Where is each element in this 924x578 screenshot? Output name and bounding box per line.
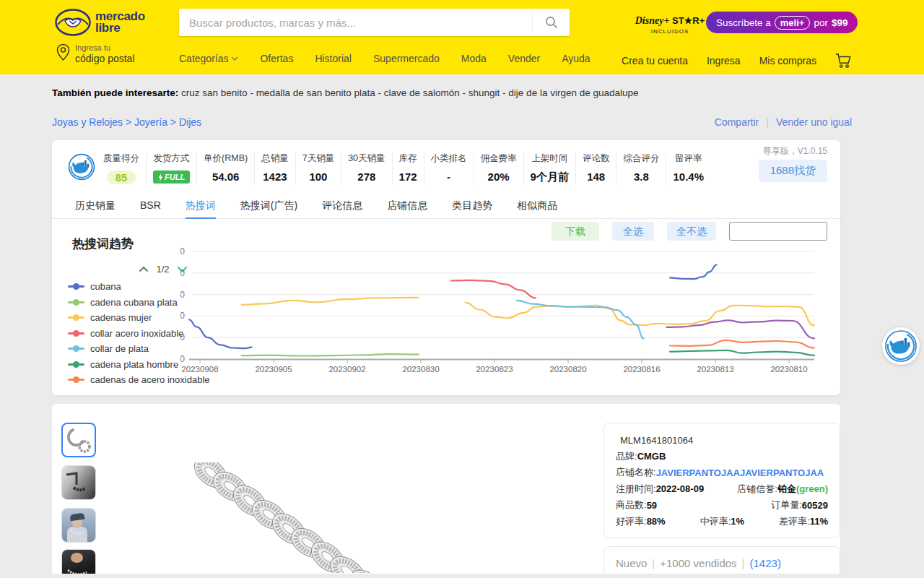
metric-value: 100 bbox=[302, 171, 334, 183]
sell-one-link[interactable]: Vender uno igual bbox=[776, 116, 852, 128]
mercadolibre-logo[interactable]: mercado libre bbox=[55, 9, 145, 36]
tab-7[interactable]: 相似商品 bbox=[517, 194, 557, 219]
breadcrumb-item[interactable]: Joyería bbox=[134, 116, 167, 128]
metric-value: 278 bbox=[348, 171, 385, 183]
location-pin-icon bbox=[56, 43, 70, 61]
metric-value: 148 bbox=[583, 171, 610, 183]
store-name-link[interactable]: JAVIERPANTOJAAJAVIERPANTOJAA bbox=[656, 467, 824, 478]
listing-status-card: Nuevo|+1000 vendidos|(1423) bbox=[603, 546, 840, 574]
metric-value: - bbox=[431, 171, 467, 183]
svg-text:20230810: 20230810 bbox=[770, 365, 807, 374]
tab-1[interactable]: BSR bbox=[140, 194, 161, 219]
product-main-image[interactable] bbox=[189, 462, 492, 573]
keyword-filter-input[interactable] bbox=[729, 222, 827, 241]
tool-version: 尊享版，V1.0.15 bbox=[763, 145, 827, 158]
legend-marker bbox=[68, 348, 84, 350]
chart-title: 热搜词趋势 bbox=[72, 236, 134, 252]
svg-text:200: 200 bbox=[180, 311, 185, 321]
legend-marker bbox=[68, 285, 84, 288]
metric-value: 172 bbox=[399, 171, 417, 183]
related-search-link[interactable]: medalla de san benito plata bbox=[256, 87, 375, 98]
select-all-button[interactable]: 全选 bbox=[612, 222, 654, 241]
nav-item-0[interactable]: Categorías bbox=[179, 53, 238, 64]
mercadolibre-handshake-icon bbox=[55, 9, 91, 36]
metric-2: 单价(RMB)54.06 bbox=[196, 152, 254, 184]
search-button[interactable] bbox=[532, 14, 570, 31]
tab-5[interactable]: 店铺信息 bbox=[387, 194, 427, 219]
positive-rate-label: 好评率: bbox=[616, 515, 647, 528]
thumbnail-4[interactable] bbox=[61, 549, 96, 574]
cart-icon[interactable] bbox=[835, 53, 852, 69]
tab-6[interactable]: 类目趋势 bbox=[452, 194, 492, 219]
svg-text:100: 100 bbox=[180, 332, 185, 342]
svg-text:20230820: 20230820 bbox=[549, 365, 586, 374]
metric-value: 3.8 bbox=[623, 171, 659, 183]
breadcrumb-item[interactable]: Dijes bbox=[179, 116, 201, 128]
metric-value: 85 bbox=[103, 171, 139, 184]
breadcrumb-actions: Compartir | Vender uno igual bbox=[715, 116, 852, 128]
nav-item-5[interactable]: Vender bbox=[508, 53, 540, 64]
legend-prev-icon[interactable] bbox=[139, 266, 149, 272]
legend-label: cadenas mujer bbox=[90, 312, 152, 323]
disney-star-logo: Disney+ ST★R+ INCLUIDOS bbox=[632, 15, 707, 35]
reputation-value: 铂金 bbox=[777, 483, 796, 496]
metric-label: 评论数 bbox=[583, 152, 610, 165]
chevron-down-icon bbox=[231, 56, 238, 61]
orders-value: 60529 bbox=[802, 500, 828, 511]
thumbnail-2[interactable] bbox=[61, 465, 96, 500]
metric-label: 质量得分 bbox=[103, 152, 139, 165]
nav-item-3[interactable]: Supermercado bbox=[373, 53, 440, 64]
download-button[interactable]: 下载 bbox=[552, 222, 599, 241]
sourcing-1688-button[interactable]: 1688找货 bbox=[759, 160, 827, 182]
legend-label: cubana bbox=[90, 281, 121, 292]
search-input[interactable] bbox=[179, 9, 532, 36]
analytics-panel: 尊享版，V1.0.15 1688找货 质量得分85发货方式FULL单价(RMB)… bbox=[52, 140, 840, 395]
svg-text:20230823: 20230823 bbox=[476, 365, 513, 374]
related-search-link[interactable]: clave de salomón bbox=[384, 87, 460, 98]
select-none-button[interactable]: 全不选 bbox=[667, 222, 716, 241]
svg-text:400: 400 bbox=[180, 268, 185, 278]
tab-4[interactable]: 评论信息 bbox=[322, 194, 362, 219]
subscribe-meli-button[interactable]: Suscríbete a meli+ por $99 bbox=[706, 12, 858, 33]
breadcrumb-item[interactable]: Joyas y Relojes bbox=[52, 116, 123, 128]
nav-item-1[interactable]: Ofertas bbox=[260, 53, 293, 64]
thumbnail-3[interactable] bbox=[61, 508, 96, 543]
nav-crea-tu-cuenta[interactable]: Crea tu cuenta bbox=[622, 55, 688, 66]
nav-ingresa[interactable]: Ingresa bbox=[707, 55, 741, 66]
legend-marker bbox=[68, 301, 84, 303]
nav-item-2[interactable]: Historial bbox=[315, 53, 352, 64]
related-searches-label: También puede interesarte: bbox=[52, 87, 178, 98]
related-searches-links: cruz san benito - medalla de san benito … bbox=[181, 87, 638, 98]
positive-rate-value: 88% bbox=[647, 516, 666, 527]
metric-10: 评论数148 bbox=[575, 152, 616, 184]
rating-count-link[interactable]: (1423) bbox=[750, 557, 781, 569]
meli-plus-badge: meli+ bbox=[775, 16, 811, 30]
tab-0[interactable]: 历史销量 bbox=[75, 194, 116, 219]
postal-code-button[interactable]: Ingresa tu código postal bbox=[56, 43, 135, 64]
analytics-tool-floating-button[interactable] bbox=[882, 327, 920, 365]
related-searches: También puede interesarte: cruz san beni… bbox=[52, 87, 639, 98]
reg-date-label: 注册时间: bbox=[616, 483, 656, 496]
nav-mis-compras[interactable]: Mis compras bbox=[759, 55, 816, 66]
metric-4: 7天销量100 bbox=[295, 152, 341, 184]
nav-item-6[interactable]: Ayuda bbox=[562, 53, 590, 64]
related-search-link[interactable]: cruz san benito bbox=[181, 87, 248, 98]
svg-text:20230830: 20230830 bbox=[402, 365, 439, 374]
tab-2[interactable]: 热搜词 bbox=[186, 194, 216, 219]
metric-6: 库存172 bbox=[392, 152, 424, 184]
bolt-icon bbox=[158, 173, 163, 181]
metric-value: 9个月前 bbox=[531, 171, 569, 184]
metric-0: 质量得分85 bbox=[97, 152, 146, 184]
thumbnail-1-selected[interactable] bbox=[61, 423, 96, 457]
negative-rate-value: 11% bbox=[810, 516, 828, 527]
tab-3[interactable]: 热搜词(广告) bbox=[240, 194, 297, 219]
nav-item-4[interactable]: Moda bbox=[461, 53, 487, 64]
breadcrumb: Joyas y Relojes > Joyería > Dijes bbox=[52, 116, 201, 128]
related-search-link[interactable]: dije de la virgen de guadalupe bbox=[508, 87, 638, 98]
legend-marker bbox=[68, 363, 84, 366]
share-link[interactable]: Compartir bbox=[715, 116, 759, 128]
shop-info-card: MLM1641801064 品牌:CMGB 店铺名称:JAVIERPANTOJA… bbox=[603, 423, 840, 538]
legend-page-indicator: 1/2 bbox=[156, 264, 169, 275]
analytics-tabs: 历史销量BSR热搜词热搜词(广告)评论信息店铺信息类目趋势相似商品 bbox=[52, 194, 840, 219]
related-search-link[interactable]: shungit bbox=[468, 87, 500, 98]
